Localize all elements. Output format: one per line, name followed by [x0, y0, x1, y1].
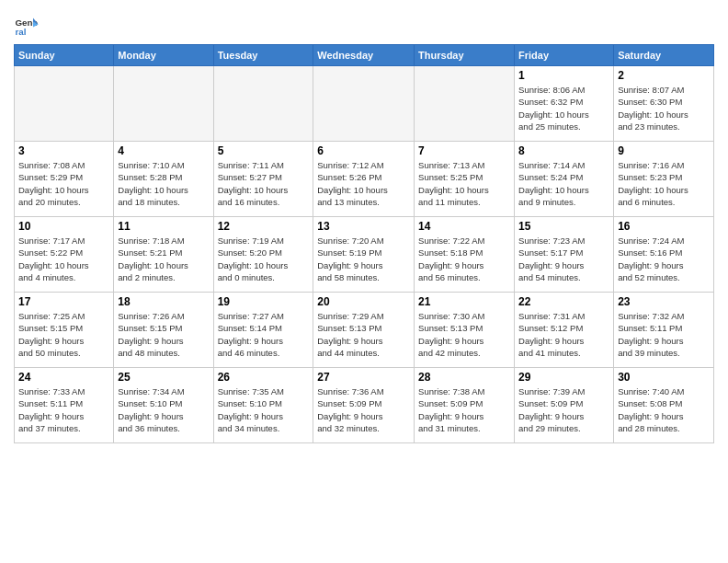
day-info: Sunrise: 7:24 AM Sunset: 5:16 PM Dayligh… — [618, 235, 710, 283]
day-info: Sunrise: 7:10 AM Sunset: 5:28 PM Dayligh… — [118, 159, 209, 208]
calendar-cell: 17Sunrise: 7:25 AM Sunset: 5:15 PM Dayli… — [15, 293, 114, 368]
calendar-header-friday: Friday — [515, 45, 614, 66]
day-info: Sunrise: 7:17 AM Sunset: 5:22 PM Dayligh… — [18, 235, 109, 283]
day-number: 14 — [418, 220, 510, 233]
day-info: Sunrise: 7:19 AM Sunset: 5:20 PM Dayligh… — [218, 235, 310, 283]
calendar-cell: 18Sunrise: 7:26 AM Sunset: 5:15 PM Dayli… — [114, 293, 213, 368]
calendar-cell: 30Sunrise: 7:40 AM Sunset: 5:08 PM Dayli… — [614, 368, 714, 443]
day-number: 4 — [118, 144, 209, 157]
calendar-cell: 3Sunrise: 7:08 AM Sunset: 5:29 PM Daylig… — [15, 142, 114, 217]
day-info: Sunrise: 7:18 AM Sunset: 5:21 PM Dayligh… — [118, 235, 209, 283]
calendar-cell: 10Sunrise: 7:17 AM Sunset: 5:22 PM Dayli… — [15, 217, 114, 293]
calendar-week-0: 1Sunrise: 8:06 AM Sunset: 6:32 PM Daylig… — [15, 66, 714, 142]
day-info: Sunrise: 7:33 AM Sunset: 5:11 PM Dayligh… — [18, 385, 109, 434]
calendar-cell: 21Sunrise: 7:30 AM Sunset: 5:13 PM Dayli… — [415, 293, 515, 368]
header: Gene ral — [14, 9, 714, 39]
calendar-header-monday: Monday — [114, 45, 213, 66]
day-number: 11 — [118, 220, 209, 233]
calendar-cell: 28Sunrise: 7:38 AM Sunset: 5:09 PM Dayli… — [415, 368, 515, 443]
calendar-table: SundayMondayTuesdayWednesdayThursdayFrid… — [14, 44, 714, 443]
day-number: 1 — [518, 69, 609, 82]
calendar-cell: 14Sunrise: 7:22 AM Sunset: 5:18 PM Dayli… — [415, 217, 515, 293]
calendar-cell: 4Sunrise: 7:10 AM Sunset: 5:28 PM Daylig… — [114, 142, 213, 217]
day-info: Sunrise: 7:32 AM Sunset: 5:11 PM Dayligh… — [618, 310, 710, 359]
calendar-cell: 9Sunrise: 7:16 AM Sunset: 5:23 PM Daylig… — [614, 142, 714, 217]
day-number: 16 — [618, 220, 710, 233]
day-number: 17 — [18, 295, 109, 308]
day-number: 8 — [518, 144, 609, 157]
day-number: 7 — [418, 144, 510, 157]
day-number: 12 — [218, 220, 310, 233]
calendar-cell: 13Sunrise: 7:20 AM Sunset: 5:19 PM Dayli… — [313, 217, 415, 293]
calendar-cell: 7Sunrise: 7:13 AM Sunset: 5:25 PM Daylig… — [415, 142, 515, 217]
calendar-cell: 12Sunrise: 7:19 AM Sunset: 5:20 PM Dayli… — [213, 217, 313, 293]
day-info: Sunrise: 7:29 AM Sunset: 5:13 PM Dayligh… — [317, 310, 410, 359]
logo-icon: Gene ral — [14, 13, 40, 39]
day-info: Sunrise: 7:22 AM Sunset: 5:18 PM Dayligh… — [418, 235, 510, 283]
calendar-header-wednesday: Wednesday — [313, 45, 415, 66]
day-number: 2 — [618, 69, 710, 82]
calendar-cell — [114, 66, 213, 142]
calendar-header-sunday: Sunday — [15, 45, 114, 66]
day-number: 23 — [618, 295, 710, 308]
calendar-cell: 20Sunrise: 7:29 AM Sunset: 5:13 PM Dayli… — [313, 293, 415, 368]
calendar-cell: 16Sunrise: 7:24 AM Sunset: 5:16 PM Dayli… — [614, 217, 714, 293]
day-number: 13 — [317, 220, 410, 233]
day-info: Sunrise: 7:11 AM Sunset: 5:27 PM Dayligh… — [218, 159, 310, 208]
day-info: Sunrise: 7:14 AM Sunset: 5:24 PM Dayligh… — [518, 159, 609, 208]
day-number: 28 — [418, 371, 510, 384]
day-number: 26 — [218, 371, 310, 384]
logo: Gene ral — [14, 13, 43, 39]
day-info: Sunrise: 7:20 AM Sunset: 5:19 PM Dayligh… — [317, 235, 410, 283]
calendar-cell: 26Sunrise: 7:35 AM Sunset: 5:10 PM Dayli… — [213, 368, 313, 443]
calendar-cell: 19Sunrise: 7:27 AM Sunset: 5:14 PM Dayli… — [213, 293, 313, 368]
day-number: 6 — [317, 144, 410, 157]
day-info: Sunrise: 7:36 AM Sunset: 5:09 PM Dayligh… — [317, 385, 410, 434]
day-info: Sunrise: 7:12 AM Sunset: 5:26 PM Dayligh… — [317, 159, 410, 208]
day-info: Sunrise: 7:13 AM Sunset: 5:25 PM Dayligh… — [418, 159, 510, 208]
day-number: 9 — [618, 144, 710, 157]
day-number: 25 — [118, 371, 209, 384]
day-number: 3 — [18, 144, 109, 157]
day-number: 27 — [317, 371, 410, 384]
day-number: 22 — [518, 295, 609, 308]
day-info: Sunrise: 7:16 AM Sunset: 5:23 PM Dayligh… — [618, 159, 710, 208]
svg-text:ral: ral — [15, 27, 26, 37]
day-number: 29 — [518, 371, 609, 384]
calendar-week-2: 10Sunrise: 7:17 AM Sunset: 5:22 PM Dayli… — [15, 217, 714, 293]
calendar-cell: 5Sunrise: 7:11 AM Sunset: 5:27 PM Daylig… — [213, 142, 313, 217]
calendar-cell: 6Sunrise: 7:12 AM Sunset: 5:26 PM Daylig… — [313, 142, 415, 217]
calendar-cell: 24Sunrise: 7:33 AM Sunset: 5:11 PM Dayli… — [15, 368, 114, 443]
calendar-cell: 11Sunrise: 7:18 AM Sunset: 5:21 PM Dayli… — [114, 217, 213, 293]
day-info: Sunrise: 7:31 AM Sunset: 5:12 PM Dayligh… — [518, 310, 609, 359]
day-info: Sunrise: 7:08 AM Sunset: 5:29 PM Dayligh… — [18, 159, 109, 208]
day-info: Sunrise: 7:38 AM Sunset: 5:09 PM Dayligh… — [418, 385, 510, 434]
calendar-cell: 23Sunrise: 7:32 AM Sunset: 5:11 PM Dayli… — [614, 293, 714, 368]
calendar-week-1: 3Sunrise: 7:08 AM Sunset: 5:29 PM Daylig… — [15, 142, 714, 217]
calendar-cell: 1Sunrise: 8:06 AM Sunset: 6:32 PM Daylig… — [515, 66, 614, 142]
day-number: 21 — [418, 295, 510, 308]
calendar-cell: 8Sunrise: 7:14 AM Sunset: 5:24 PM Daylig… — [515, 142, 614, 217]
calendar-week-4: 24Sunrise: 7:33 AM Sunset: 5:11 PM Dayli… — [15, 368, 714, 443]
calendar-cell: 2Sunrise: 8:07 AM Sunset: 6:30 PM Daylig… — [614, 66, 714, 142]
day-info: Sunrise: 7:39 AM Sunset: 5:09 PM Dayligh… — [518, 385, 609, 434]
calendar-cell — [415, 66, 515, 142]
day-info: Sunrise: 7:30 AM Sunset: 5:13 PM Dayligh… — [418, 310, 510, 359]
day-number: 20 — [317, 295, 410, 308]
day-number: 10 — [18, 220, 109, 233]
day-number: 19 — [218, 295, 310, 308]
day-number: 24 — [18, 371, 109, 384]
calendar-cell: 29Sunrise: 7:39 AM Sunset: 5:09 PM Dayli… — [515, 368, 614, 443]
day-number: 15 — [518, 220, 609, 233]
calendar-cell — [213, 66, 313, 142]
day-number: 18 — [118, 295, 209, 308]
calendar-cell — [313, 66, 415, 142]
day-number: 30 — [618, 371, 710, 384]
day-info: Sunrise: 7:25 AM Sunset: 5:15 PM Dayligh… — [18, 310, 109, 359]
calendar-header-row: SundayMondayTuesdayWednesdayThursdayFrid… — [15, 45, 714, 66]
calendar-page: Gene ral SundayMondayTuesdayWednesdayThu… — [0, 0, 728, 453]
day-info: Sunrise: 7:26 AM Sunset: 5:15 PM Dayligh… — [118, 310, 209, 359]
day-info: Sunrise: 7:40 AM Sunset: 5:08 PM Dayligh… — [618, 385, 710, 434]
calendar-cell: 27Sunrise: 7:36 AM Sunset: 5:09 PM Dayli… — [313, 368, 415, 443]
calendar-week-3: 17Sunrise: 7:25 AM Sunset: 5:15 PM Dayli… — [15, 293, 714, 368]
